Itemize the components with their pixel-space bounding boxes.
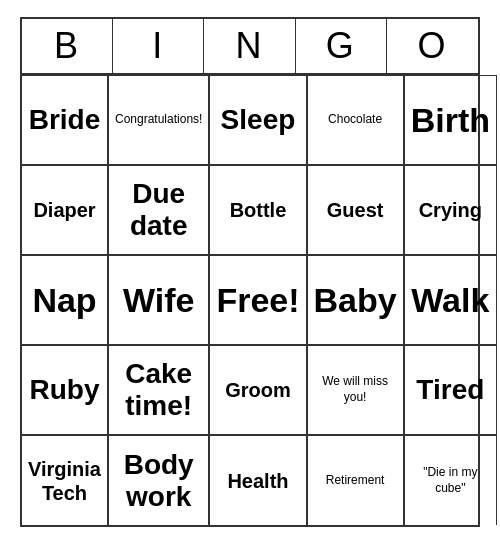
- header-letter: G: [296, 19, 387, 73]
- header-letter: O: [387, 19, 478, 73]
- cell-label: Groom: [225, 378, 291, 402]
- cell-label: Walk: [411, 281, 489, 320]
- bingo-cell: Health: [209, 435, 306, 525]
- bingo-cell: Retirement: [307, 435, 404, 525]
- cell-label: Free!: [216, 281, 299, 320]
- bingo-cell: Birth: [404, 75, 497, 165]
- bingo-card: BINGO BrideCongratulations!SleepChocolat…: [20, 17, 480, 527]
- bingo-header: BINGO: [22, 19, 478, 75]
- bingo-cell: Cake time!: [108, 345, 209, 435]
- cell-label: Body work: [115, 449, 202, 513]
- bingo-cell: Walk: [404, 255, 497, 345]
- bingo-cell: Chocolate: [307, 75, 404, 165]
- bingo-cell: Tired: [404, 345, 497, 435]
- bingo-cell: Bottle: [209, 165, 306, 255]
- cell-label: Retirement: [326, 473, 385, 489]
- cell-label: Congratulations!: [115, 112, 202, 128]
- cell-label: Nap: [32, 281, 96, 320]
- cell-label: Bottle: [230, 198, 287, 222]
- bingo-cell: Wife: [108, 255, 209, 345]
- cell-label: Virginia Tech: [28, 457, 101, 505]
- cell-label: Due date: [115, 178, 202, 242]
- cell-label: Baby: [314, 281, 397, 320]
- cell-label: Bride: [29, 104, 101, 136]
- header-letter: B: [22, 19, 113, 73]
- bingo-cell: Baby: [307, 255, 404, 345]
- bingo-cell: We will miss you!: [307, 345, 404, 435]
- bingo-cell: Congratulations!: [108, 75, 209, 165]
- header-letter: N: [204, 19, 295, 73]
- bingo-cell: Bride: [22, 75, 108, 165]
- bingo-cell: Body work: [108, 435, 209, 525]
- cell-label: Birth: [411, 101, 490, 140]
- bingo-cell: Due date: [108, 165, 209, 255]
- cell-label: "Die in my cube": [411, 465, 490, 496]
- cell-label: We will miss you!: [314, 374, 397, 405]
- bingo-cell: Crying: [404, 165, 497, 255]
- cell-label: Guest: [327, 198, 384, 222]
- bingo-cell: Guest: [307, 165, 404, 255]
- bingo-cell: Groom: [209, 345, 306, 435]
- cell-label: Diaper: [33, 198, 95, 222]
- bingo-cell: Diaper: [22, 165, 108, 255]
- bingo-cell: Ruby: [22, 345, 108, 435]
- cell-label: Cake time!: [115, 358, 202, 422]
- bingo-cell: Nap: [22, 255, 108, 345]
- cell-label: Chocolate: [328, 112, 382, 128]
- cell-label: Health: [227, 469, 288, 493]
- cell-label: Crying: [419, 198, 482, 222]
- bingo-cell: Free!: [209, 255, 306, 345]
- bingo-cell: Sleep: [209, 75, 306, 165]
- bingo-cell: "Die in my cube": [404, 435, 497, 525]
- cell-label: Ruby: [30, 374, 100, 406]
- header-letter: I: [113, 19, 204, 73]
- bingo-grid: BrideCongratulations!SleepChocolateBirth…: [22, 75, 478, 525]
- cell-label: Wife: [123, 281, 194, 320]
- cell-label: Sleep: [221, 104, 296, 136]
- bingo-cell: Virginia Tech: [22, 435, 108, 525]
- cell-label: Tired: [416, 374, 484, 406]
